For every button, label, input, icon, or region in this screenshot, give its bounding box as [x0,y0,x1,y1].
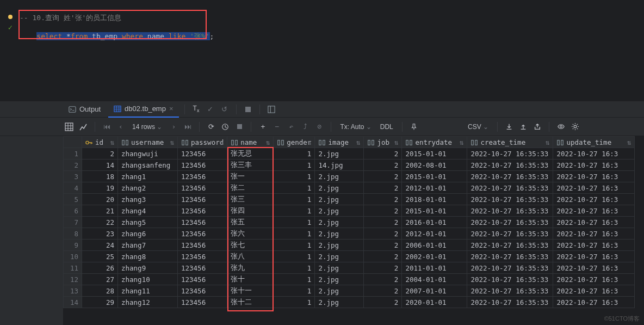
cell-username[interactable]: zhang1 [118,171,178,182]
column-header-username[interactable]: username⇅ [118,137,178,148]
cell-update_time[interactable]: 2022-10-27 16:3 [553,171,635,182]
table-row[interactable]: 1328zhang11123456张十一12.jpg22007-01-01202… [64,285,635,297]
revert-icon[interactable]: ↶ [285,121,297,133]
cell-create_time[interactable]: 2022-10-27 16:35:33 [467,251,553,262]
cell-name[interactable]: 张三丰 [227,160,274,171]
cell-username[interactable]: zhang10 [118,274,178,285]
table-row[interactable]: 214zhangsanfeng123456张三丰114.jpg22002-08-… [64,160,635,171]
cell-job[interactable]: 2 [364,160,402,171]
cell-id[interactable]: 29 [82,297,118,308]
cell-update_time[interactable]: 2022-10-27 16:3 [553,274,635,285]
cell-entrydate[interactable]: 2002-01-01 [402,251,467,262]
cell-username[interactable]: zhang4 [118,205,178,217]
next-page-icon[interactable]: › [168,121,179,133]
cell-id[interactable]: 25 [82,251,118,262]
cell-password[interactable]: 123456 [178,194,227,205]
grid-view-icon[interactable] [63,121,75,133]
cell-gender[interactable]: 1 [274,194,315,205]
column-header-id[interactable]: id⇅ [82,137,118,148]
cell-update_time[interactable]: 2022-10-27 16:3 [553,297,635,308]
cell-gender[interactable]: 1 [274,171,315,182]
cell-gender[interactable]: 1 [274,182,315,194]
cell-job[interactable]: 2 [364,148,402,160]
view-icon[interactable] [555,121,567,133]
cell-password[interactable]: 123456 [178,274,227,285]
table-row[interactable]: 621zhang4123456张四12.jpg22015-01-012022-1… [64,205,635,217]
cell-create_time[interactable]: 2022-10-27 16:35:33 [467,182,553,194]
cell-image[interactable]: 2.jpg [315,251,364,262]
cell-gender[interactable]: 1 [274,251,315,262]
cell-password[interactable]: 123456 [178,297,227,308]
cell-image[interactable]: 2.jpg [315,297,364,308]
cell-username[interactable]: zhangwuji [118,148,178,160]
result-grid[interactable]: id⇅username⇅password⇅name⇅gender⇅image⇅j… [63,136,635,308]
cell-image[interactable]: 2.jpg [315,148,364,160]
cell-password[interactable]: 123456 [178,228,227,240]
cell-create_time[interactable]: 2022-10-27 16:35:33 [467,205,553,217]
column-header-entrydate[interactable]: entrydate⇅ [402,137,467,148]
cell-username[interactable]: zhang9 [118,262,178,274]
cell-image[interactable]: 2.jpg [315,182,364,194]
cell-entrydate[interactable]: 2016-01-01 [402,217,467,228]
cell-update_time[interactable]: 2022-10-27 16:3 [553,285,635,297]
table-row[interactable]: 12zhangwuji123456张无忌12.jpg22015-01-01202… [64,148,635,160]
cell-create_time[interactable]: 2022-10-27 16:35:33 [467,171,553,182]
cell-create_time[interactable]: 2022-10-27 16:35:33 [467,148,553,160]
cell-job[interactable]: 2 [364,171,402,182]
tab-db02-tb-emp[interactable]: db02.tb_emp × [108,101,179,118]
last-page-icon[interactable]: ⏭ [182,121,194,133]
cancel-icon[interactable]: ⊘ [313,121,325,133]
cell-id[interactable]: 26 [82,262,118,274]
cell-id[interactable]: 23 [82,228,118,240]
rollback-icon[interactable]: ↺ [219,103,231,115]
cell-entrydate[interactable]: 2004-01-01 [402,274,467,285]
cell-gender[interactable]: 1 [274,205,315,217]
cell-gender[interactable]: 1 [274,240,315,251]
column-header-name[interactable]: name⇅ [227,137,274,148]
cell-job[interactable]: 2 [364,262,402,274]
column-header-image[interactable]: image⇅ [315,137,364,148]
cell-password[interactable]: 123456 [178,262,227,274]
table-row[interactable]: 520zhang3123456张三12.jpg22018-01-012022-1… [64,194,635,205]
cell-job[interactable]: 2 [364,228,402,240]
cell-gender[interactable]: 1 [274,228,315,240]
cell-update_time[interactable]: 2022-10-27 16:3 [553,228,635,240]
cell-name[interactable]: 张五 [227,217,274,228]
cell-password[interactable]: 123456 [178,285,227,297]
table-row[interactable]: 722zhang5123456张五12.jpg22016-01-012022-1… [64,217,635,228]
add-row-icon[interactable]: + [257,121,269,133]
table-row[interactable]: 318zhang1123456张一12.jpg22015-01-012022-1… [64,171,635,182]
cell-job[interactable]: 2 [364,285,402,297]
close-icon[interactable]: × [169,105,174,113]
cell-name[interactable]: 张十一 [227,285,274,297]
cell-entrydate[interactable]: 2012-01-01 [402,182,467,194]
table-row[interactable]: 1227zhang10123456张十12.jpg22004-01-012022… [64,274,635,285]
cell-job[interactable]: 2 [364,217,402,228]
result-grid-container[interactable]: id⇅username⇅password⇅name⇅gender⇅image⇅j… [63,136,644,325]
cell-password[interactable]: 123456 [178,160,227,171]
sql-editor[interactable]: ✓ -- 10.查询 姓'张'的员工信息 select *from tb_emp… [0,0,644,71]
cell-name[interactable]: 张十二 [227,297,274,308]
cell-name[interactable]: 张二 [227,182,274,194]
cell-image[interactable]: 2.jpg [315,262,364,274]
clock-icon[interactable] [219,121,231,133]
cell-gender[interactable]: 1 [274,297,315,308]
table-row[interactable]: 823zhang6123456张六12.jpg22012-01-012022-1… [64,228,635,240]
column-header-create_time[interactable]: create_time⇅ [467,137,553,148]
cell-job[interactable]: 2 [364,297,402,308]
cell-username[interactable]: zhangsanfeng [118,160,178,171]
cell-entrydate[interactable]: 2015-01-01 [402,148,467,160]
cell-image[interactable]: 2.jpg [315,205,364,217]
cell-username[interactable]: zhang8 [118,251,178,262]
stop-small-icon[interactable] [233,121,245,133]
cell-id[interactable]: 27 [82,274,118,285]
cell-username[interactable]: zhang3 [118,194,178,205]
cell-entrydate[interactable]: 2002-08-01 [402,160,467,171]
cell-image[interactable]: 2.jpg [315,285,364,297]
cell-id[interactable]: 21 [82,205,118,217]
submit-icon[interactable]: ⤴ [299,121,311,133]
cell-name[interactable]: 张八 [227,251,274,262]
column-header-gender[interactable]: gender⇅ [274,137,315,148]
cell-create_time[interactable]: 2022-10-27 16:35:33 [467,274,553,285]
cell-entrydate[interactable]: 2006-01-01 [402,240,467,251]
